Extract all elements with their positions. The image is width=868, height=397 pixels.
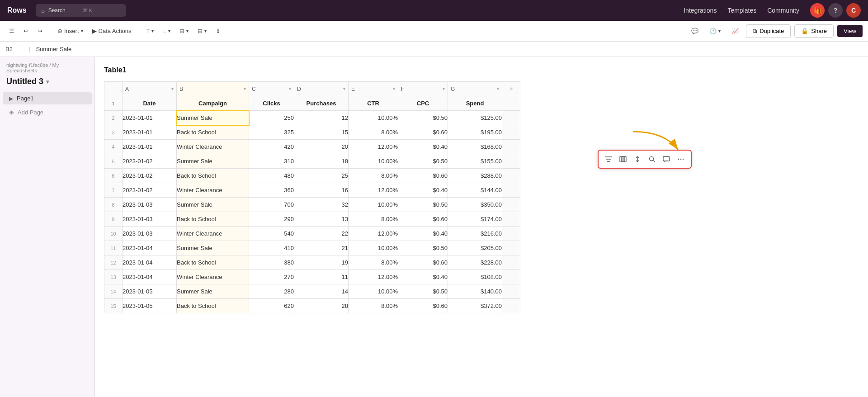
cell-d6[interactable]: 25 — [294, 169, 349, 183]
align-button[interactable]: ≡ ▾ — [159, 26, 174, 36]
cell-a3[interactable]: 2023-01-01 — [123, 125, 177, 140]
cell-c8[interactable]: 700 — [249, 198, 294, 212]
cell-d10[interactable]: 22 — [294, 227, 349, 241]
cell-b2[interactable]: Summer Sale — [177, 111, 249, 125]
cell-e3[interactable]: 8.00% — [349, 125, 398, 140]
templates-link[interactable]: Templates — [727, 7, 756, 14]
user-avatar[interactable]: C — [846, 3, 861, 18]
layout-toggle-button[interactable]: ☰ — [5, 26, 18, 36]
cell-c6[interactable]: 480 — [249, 169, 294, 183]
cell-a12[interactable]: 2023-01-04 — [123, 255, 177, 270]
cell-e10[interactable]: 12.00% — [349, 227, 398, 241]
cell-g3[interactable]: $195.00 — [448, 125, 502, 140]
duplicate-button[interactable]: ⧉ Duplicate — [746, 24, 791, 38]
cell-d8[interactable]: 32 — [294, 198, 349, 212]
cell-e9[interactable]: 8.00% — [349, 212, 398, 227]
cell-g15[interactable]: $372.00 — [448, 299, 502, 313]
cell-g7[interactable]: $144.00 — [448, 183, 502, 198]
cell-g10[interactable]: $216.00 — [448, 227, 502, 241]
cell-c9[interactable]: 290 — [249, 212, 294, 227]
col-header-c[interactable]: C▾ — [249, 82, 294, 96]
cell-f6[interactable]: $0.60 — [398, 169, 448, 183]
cell-f15[interactable]: $0.60 — [398, 299, 448, 313]
cell-g14[interactable]: $140.00 — [448, 284, 502, 299]
view-button[interactable]: View — [837, 25, 863, 37]
insert-button[interactable]: ⊕ Insert ▾ — [54, 26, 87, 36]
float-columns-icon[interactable] — [617, 153, 629, 165]
cell-b3[interactable]: Back to School — [177, 125, 249, 140]
cell-d13[interactable]: 11 — [294, 270, 349, 284]
gift-icon[interactable]: 🎁 — [810, 3, 825, 18]
col-header-e[interactable]: E▾ — [349, 82, 398, 96]
float-more-icon[interactable] — [675, 153, 687, 165]
cell-c7[interactable]: 360 — [249, 183, 294, 198]
cell-g6[interactable]: $288.00 — [448, 169, 502, 183]
community-link[interactable]: Community — [767, 7, 799, 14]
cell-c3[interactable]: 325 — [249, 125, 294, 140]
cell-d7[interactable]: 16 — [294, 183, 349, 198]
cell-a15[interactable]: 2023-01-05 — [123, 299, 177, 313]
cell-e13[interactable]: 12.00% — [349, 270, 398, 284]
cell-f8[interactable]: $0.50 — [398, 198, 448, 212]
cell-a13[interactable]: 2023-01-04 — [123, 270, 177, 284]
cell-g5[interactable]: $155.00 — [448, 154, 502, 169]
cell-e2[interactable]: 10.00% — [349, 111, 398, 125]
cell-c2[interactable]: 250 — [249, 111, 294, 125]
cell-c10[interactable]: 540 — [249, 227, 294, 241]
cell-g2[interactable]: $125.00 — [448, 111, 502, 125]
cell-d12[interactable]: 19 — [294, 255, 349, 270]
cell-d2[interactable]: 12 — [294, 111, 349, 125]
integrations-link[interactable]: Integrations — [684, 7, 717, 14]
float-sort-icon[interactable] — [631, 153, 644, 165]
share-button[interactable]: 🔒 Share — [794, 24, 834, 38]
cell-f10[interactable]: $0.40 — [398, 227, 448, 241]
cell-f11[interactable]: $0.50 — [398, 241, 448, 255]
cell-d5[interactable]: 18 — [294, 154, 349, 169]
cell-f12[interactable]: $0.60 — [398, 255, 448, 270]
cell-a11[interactable]: 2023-01-04 — [123, 241, 177, 255]
cell-c13[interactable]: 270 — [249, 270, 294, 284]
cell-a10[interactable]: 2023-01-03 — [123, 227, 177, 241]
sidebar-item-page1[interactable]: ▶ Page1 — [3, 92, 92, 104]
cell-d4[interactable]: 20 — [294, 140, 349, 154]
cell-e14[interactable]: 10.00% — [349, 284, 398, 299]
redo-button[interactable]: ↪ — [34, 26, 46, 36]
add-page-button[interactable]: ⊕ Add Page — [3, 106, 92, 118]
cell-b13[interactable]: Winter Clearance — [177, 270, 249, 284]
undo-button[interactable]: ↩ — [20, 26, 32, 36]
cell-d14[interactable]: 14 — [294, 284, 349, 299]
cell-a4[interactable]: 2023-01-01 — [123, 140, 177, 154]
cell-e5[interactable]: 10.00% — [349, 154, 398, 169]
cell-e4[interactable]: 12.00% — [349, 140, 398, 154]
cell-g12[interactable]: $228.00 — [448, 255, 502, 270]
cell-b15[interactable]: Back to School — [177, 299, 249, 313]
cell-b6[interactable]: Back to School — [177, 169, 249, 183]
share-cell-button[interactable]: ⇪ — [212, 26, 224, 36]
cell-a6[interactable]: 2023-01-02 — [123, 169, 177, 183]
cell-b8[interactable]: Summer Sale — [177, 198, 249, 212]
cell-a2[interactable]: 2023-01-01 — [123, 111, 177, 125]
breadcrumb-user[interactable]: nightwing-f1fec6be — [6, 62, 48, 68]
cell-f3[interactable]: $0.60 — [398, 125, 448, 140]
cell-d9[interactable]: 13 — [294, 212, 349, 227]
cell-a7[interactable]: 2023-01-02 — [123, 183, 177, 198]
col-header-f[interactable]: F▾ — [398, 82, 448, 96]
cell-b5[interactable]: Summer Sale — [177, 154, 249, 169]
cell-e11[interactable]: 10.00% — [349, 241, 398, 255]
cell-e7[interactable]: 12.00% — [349, 183, 398, 198]
cell-e6[interactable]: 8.00% — [349, 169, 398, 183]
cell-c14[interactable]: 280 — [249, 284, 294, 299]
cell-d3[interactable]: 15 — [294, 125, 349, 140]
cell-format-button[interactable]: ⊟ ▾ — [176, 26, 192, 36]
cell-a5[interactable]: 2023-01-02 — [123, 154, 177, 169]
cell-g13[interactable]: $108.00 — [448, 270, 502, 284]
cell-b10[interactable]: Winter Clearance — [177, 227, 249, 241]
cell-b12[interactable]: Back to School — [177, 255, 249, 270]
col-header-d[interactable]: D▾ — [294, 82, 349, 96]
cell-d15[interactable]: 28 — [294, 299, 349, 313]
cell-c5[interactable]: 310 — [249, 154, 294, 169]
add-column-button[interactable]: + — [502, 82, 520, 96]
cell-a8[interactable]: 2023-01-03 — [123, 198, 177, 212]
col-header-b[interactable]: B▾ — [177, 82, 249, 96]
cell-b9[interactable]: Back to School — [177, 212, 249, 227]
